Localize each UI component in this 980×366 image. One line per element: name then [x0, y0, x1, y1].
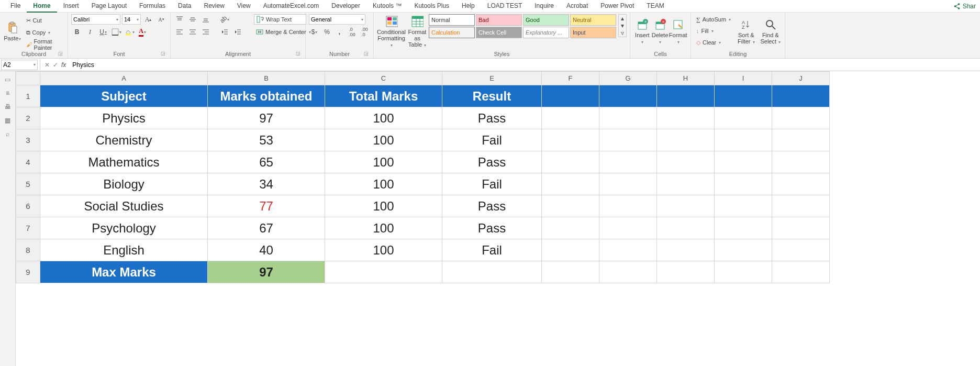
decrease-decimal-button[interactable]: .00.0 — [359, 27, 370, 37]
style-input[interactable]: Input — [570, 27, 616, 38]
col-header-G[interactable]: G — [599, 72, 657, 85]
wrap-text-button[interactable]: Wrap Text — [254, 14, 306, 25]
cell-B5[interactable]: 34 — [208, 173, 325, 195]
copy-button[interactable]: ⧉Copy▾ — [24, 27, 64, 38]
menu-tab-view[interactable]: View — [231, 0, 257, 13]
dialog-launcher-icon[interactable]: ◲ — [295, 51, 301, 57]
row-header-4[interactable]: 4 — [16, 151, 40, 173]
cell-J6[interactable] — [772, 195, 830, 217]
cell-F6[interactable] — [542, 195, 599, 217]
cell-F9[interactable] — [542, 261, 599, 283]
cell-A7[interactable]: Psychology — [40, 217, 208, 239]
format-as-table-button[interactable]: Format as Table ▾ — [408, 14, 427, 49]
menu-tab-insert[interactable]: Insert — [57, 0, 85, 13]
bold-button[interactable]: B — [71, 27, 83, 37]
font-size-combo[interactable]: 14▾ — [122, 14, 141, 25]
row-header-5[interactable]: 5 — [16, 173, 40, 195]
cell-G4[interactable] — [599, 151, 657, 173]
menu-tab-home[interactable]: Home — [27, 0, 57, 13]
cancel-formula-button[interactable]: ✕ — [44, 61, 50, 69]
cell-J4[interactable] — [772, 151, 830, 173]
border-button[interactable]: ▾ — [110, 27, 122, 37]
cell-G3[interactable] — [599, 129, 657, 151]
cell-E8[interactable]: Fail — [442, 239, 542, 261]
cell-I6[interactable] — [715, 195, 772, 217]
cell-A4[interactable]: Mathematics — [40, 151, 208, 173]
cell-H7[interactable] — [657, 217, 715, 239]
cell-H2[interactable] — [657, 107, 715, 129]
cell-F1[interactable] — [542, 85, 599, 107]
comma-button[interactable]: , — [334, 27, 345, 37]
cell-H9[interactable] — [657, 261, 715, 283]
align-center-button[interactable] — [187, 27, 198, 37]
style-normal[interactable]: Normal — [429, 14, 475, 26]
cell-B7[interactable]: 67 — [208, 217, 325, 239]
style-bad[interactable]: Bad — [476, 14, 522, 26]
style-neutral[interactable]: Neutral — [570, 14, 616, 26]
sidetool-3[interactable]: 🖶 — [4, 103, 12, 111]
menu-tab-acrobat[interactable]: Acrobat — [560, 0, 594, 13]
styles-gallery[interactable]: NormalBadGoodNeutralCalculationCheck Cel… — [429, 14, 616, 38]
row-header-9[interactable]: 9 — [16, 261, 40, 283]
format-cells-button[interactable]: Format▾ — [669, 14, 687, 49]
align-right-button[interactable] — [200, 27, 211, 37]
cell-H4[interactable] — [657, 151, 715, 173]
cell-G5[interactable] — [599, 173, 657, 195]
cell-A5[interactable]: Biology — [40, 173, 208, 195]
find-select-button[interactable]: Find & Select ▾ — [760, 14, 782, 49]
cell-G1[interactable] — [599, 85, 657, 107]
cell-B6[interactable]: 77 — [208, 195, 325, 217]
font-name-combo[interactable]: Calibri▾ — [71, 14, 120, 25]
share-button[interactable]: Shar — [949, 1, 980, 12]
menu-tab-inquire[interactable]: Inquire — [528, 0, 560, 13]
cell-C2[interactable]: 100 — [325, 107, 442, 129]
cell-F2[interactable] — [542, 107, 599, 129]
cell-G9[interactable] — [599, 261, 657, 283]
cell-H8[interactable] — [657, 239, 715, 261]
style-explanatory-[interactable]: Explanatory ... — [523, 27, 569, 38]
menu-tab-power-pivot[interactable]: Power Pivot — [594, 0, 640, 13]
menu-tab-kutools-plus[interactable]: Kutools Plus — [408, 0, 455, 13]
cell-E4[interactable]: Pass — [442, 151, 542, 173]
menu-tab-formulas[interactable]: Formulas — [133, 0, 172, 13]
cell-B1[interactable]: Marks obtained — [208, 85, 325, 107]
cell-I1[interactable] — [715, 85, 772, 107]
dialog-launcher-icon[interactable]: ◲ — [57, 51, 63, 57]
style-check-cell[interactable]: Check Cell — [476, 27, 522, 38]
cell-C9[interactable] — [325, 261, 442, 283]
sidetool-2[interactable]: ≡ — [4, 89, 12, 97]
cell-I4[interactable] — [715, 151, 772, 173]
cell-J5[interactable] — [772, 173, 830, 195]
fill-button[interactable]: ↓Fill▾ — [694, 26, 733, 36]
cell-F8[interactable] — [542, 239, 599, 261]
gallery-more-button[interactable]: ▿ — [619, 29, 626, 37]
menu-tab-data[interactable]: Data — [172, 0, 197, 13]
cell-A2[interactable]: Physics — [40, 107, 208, 129]
cell-I9[interactable] — [715, 261, 772, 283]
sidetool-5[interactable]: ⌕ — [4, 130, 12, 138]
cell-I5[interactable] — [715, 173, 772, 195]
cell-G8[interactable] — [599, 239, 657, 261]
percent-button[interactable]: % — [321, 27, 332, 37]
increase-font-button[interactable]: A▴ — [142, 14, 154, 25]
font-color-button[interactable]: A▾ — [137, 27, 148, 37]
cell-B8[interactable]: 40 — [208, 239, 325, 261]
sidetool-4[interactable]: ▦ — [4, 116, 12, 125]
fx-button[interactable]: fx — [61, 61, 66, 69]
cell-B2[interactable]: 97 — [208, 107, 325, 129]
sort-filter-button[interactable]: AZ Sort & Filter ▾ — [735, 14, 757, 49]
menu-tab-help[interactable]: Help — [455, 0, 481, 13]
cell-C1[interactable]: Total Marks — [325, 85, 442, 107]
cell-J3[interactable] — [772, 129, 830, 151]
italic-button[interactable]: I — [84, 27, 96, 37]
cell-E1[interactable]: Result — [442, 85, 542, 107]
col-header-J[interactable]: J — [772, 72, 830, 85]
cell-A3[interactable]: Chemistry — [40, 129, 208, 151]
cell-J8[interactable] — [772, 239, 830, 261]
menu-tab-file[interactable]: File — [4, 0, 27, 13]
conditional-formatting-button[interactable]: Conditional Formatting ▾ — [377, 14, 406, 49]
enter-formula-button[interactable]: ✓ — [53, 61, 58, 69]
select-all-corner[interactable] — [16, 72, 40, 85]
name-box[interactable]: A2▾ — [1, 60, 38, 70]
cell-F4[interactable] — [542, 151, 599, 173]
